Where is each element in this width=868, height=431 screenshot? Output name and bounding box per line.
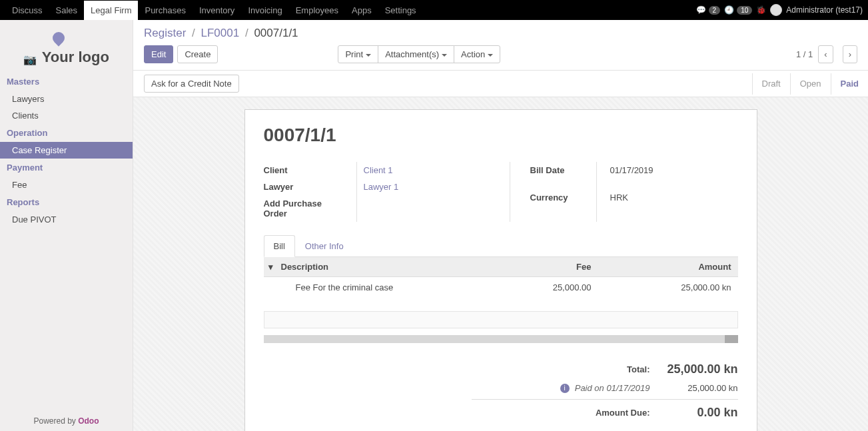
- menu-clients[interactable]: Clients: [0, 107, 133, 124]
- pager-text: 1 / 1: [796, 49, 813, 59]
- status-pills: Draft Open Paid: [752, 73, 868, 95]
- menu-lawyers[interactable]: Lawyers: [0, 91, 133, 107]
- cell-fee: 25,000.00: [498, 282, 612, 292]
- sidebar: 📷 Your logo Masters Lawyers Clients Oper…: [0, 20, 133, 431]
- section-masters[interactable]: Masters: [0, 73, 133, 91]
- horizontal-scrollbar[interactable]: [264, 335, 738, 343]
- cell-description: Fee For the criminal case: [278, 282, 498, 292]
- caret-icon: [366, 54, 371, 57]
- list-header: ▾ Description Fee Amount: [264, 257, 738, 277]
- avatar[interactable]: [770, 4, 782, 16]
- paid-value: 25,000.00 kn: [665, 383, 738, 393]
- edit-button[interactable]: Edit: [144, 45, 173, 63]
- col-fee[interactable]: Fee: [498, 262, 612, 272]
- due-label: Amount Due:: [596, 408, 650, 418]
- nav-invoicing[interactable]: Invoicing: [241, 1, 288, 20]
- section-operation[interactable]: Operation: [0, 124, 133, 142]
- nav-sales[interactable]: Sales: [49, 1, 85, 20]
- print-button[interactable]: Print: [338, 45, 378, 63]
- user-name[interactable]: Administrator (test17): [786, 5, 863, 15]
- control-panel: Register / LF0001 / 0007/1/1 Edit Create…: [133, 20, 868, 71]
- activity-badge[interactable]: 🕘 10: [724, 5, 752, 15]
- section-payment[interactable]: Payment: [0, 159, 133, 177]
- empty-line-box: [264, 311, 738, 328]
- action-button-group: Print Attachment(s) Action: [338, 45, 500, 63]
- label-client: Client: [264, 162, 336, 179]
- label-currency: Currency: [530, 189, 576, 206]
- tabs: Bill Other Info: [264, 235, 738, 257]
- topnav: Discuss Sales Legal Firm Purchases Inven…: [0, 0, 868, 20]
- totals: Total: 25,000.00 kn i Paid on 01/17/2019…: [472, 359, 738, 423]
- status-open[interactable]: Open: [790, 73, 831, 95]
- paid-label: Paid on 01/17/2019: [575, 383, 650, 393]
- breadcrumb-register[interactable]: Register: [144, 27, 186, 39]
- tab-other-info[interactable]: Other Info: [295, 235, 354, 257]
- pager-prev[interactable]: ‹: [818, 45, 833, 63]
- nav-settings[interactable]: Settings: [378, 1, 423, 20]
- status-paid[interactable]: Paid: [831, 73, 868, 95]
- label-apo: Add Purchase Order: [264, 195, 336, 222]
- nav-inventory[interactable]: Inventory: [193, 1, 241, 20]
- section-reports[interactable]: Reports: [0, 193, 133, 211]
- value-lawyer[interactable]: Lawyer 1: [364, 179, 490, 195]
- value-bill-date: 01/17/2019: [610, 162, 653, 179]
- due-value: 0.00 kn: [665, 406, 738, 420]
- nav-discuss[interactable]: Discuss: [5, 1, 49, 20]
- nav-employees[interactable]: Employees: [289, 1, 345, 20]
- logo-text: Your logo: [42, 49, 109, 65]
- status-row: Ask for a Credit Note Draft Open Paid: [133, 71, 868, 97]
- nav-legal-firm[interactable]: Legal Firm: [84, 1, 138, 20]
- action-button[interactable]: Action: [454, 45, 500, 63]
- pager: 1 / 1 ‹ ›: [796, 45, 857, 63]
- record-title: 0007/1/1: [264, 125, 738, 146]
- caret-icon: [488, 54, 493, 57]
- camera-icon: 📷: [23, 54, 37, 65]
- total-label: Total:: [627, 364, 650, 374]
- caret-down-icon[interactable]: ▾: [264, 262, 278, 272]
- menu-case-register[interactable]: Case Register: [0, 142, 133, 159]
- bug-icon[interactable]: 🐞: [756, 5, 766, 15]
- speech-icon: 💬: [696, 5, 706, 15]
- status-draft[interactable]: Draft: [752, 73, 790, 95]
- clock-icon: 🕘: [724, 5, 734, 15]
- label-lawyer: Lawyer: [264, 179, 336, 195]
- info-icon[interactable]: i: [560, 384, 570, 393]
- messaging-badge[interactable]: 💬 2: [696, 5, 721, 15]
- breadcrumb-current: 0007/1/1: [254, 27, 298, 39]
- menu-due-pivot[interactable]: Due PIVOT: [0, 211, 133, 228]
- credit-note-button[interactable]: Ask for a Credit Note: [144, 75, 239, 93]
- cell-amount: 25,000.00 kn: [612, 282, 738, 292]
- caret-icon: [442, 54, 447, 57]
- total-value: 25,000.00 kn: [665, 362, 738, 376]
- list-row[interactable]: Fee For the criminal case 25,000.00 25,0…: [264, 277, 738, 298]
- col-amount[interactable]: Amount: [612, 262, 738, 272]
- form-sheet: 0007/1/1 Client Lawyer Add Purchase Orde…: [244, 109, 757, 431]
- menu-fee[interactable]: Fee: [0, 177, 133, 193]
- pager-next[interactable]: ›: [843, 45, 857, 63]
- tab-bill[interactable]: Bill: [264, 235, 295, 257]
- col-description[interactable]: Description: [278, 262, 498, 272]
- value-currency: HRK: [610, 189, 653, 206]
- label-bill-date: Bill Date: [530, 162, 576, 179]
- nav-apps[interactable]: Apps: [345, 1, 378, 20]
- value-client[interactable]: Client 1: [364, 162, 490, 179]
- attachments-button[interactable]: Attachment(s): [378, 45, 454, 63]
- powered-by: Powered by Odoo: [0, 411, 133, 431]
- main: Register / LF0001 / 0007/1/1 Edit Create…: [133, 20, 868, 431]
- breadcrumb-lf0001[interactable]: LF0001: [201, 27, 240, 39]
- breadcrumb: Register / LF0001 / 0007/1/1: [144, 27, 857, 45]
- nav-purchases[interactable]: Purchases: [138, 1, 192, 20]
- logo: 📷 Your logo: [0, 20, 133, 73]
- create-button[interactable]: Create: [177, 45, 218, 63]
- logo-drop-icon: [50, 29, 67, 46]
